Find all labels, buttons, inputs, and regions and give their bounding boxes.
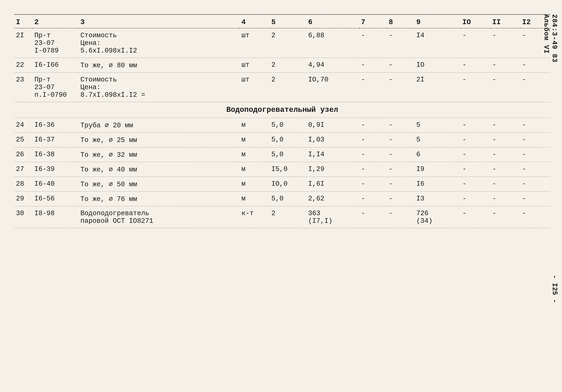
- row-30-col10: -: [460, 206, 490, 228]
- row-27-num: 27: [14, 162, 33, 177]
- row-25-col10: -: [460, 133, 490, 147]
- row-23-unit: шт: [240, 73, 269, 102]
- table-container: I 2 3 4 5 6 7 8 9 IO II I2 2I: [14, 14, 550, 228]
- row-23-desc: Стоимость Цена: 8.7xI.098xI.I2 =: [79, 73, 240, 102]
- row-24-col10: -: [460, 118, 490, 133]
- row-22-qty: 2: [270, 58, 306, 73]
- header-col-5: 5: [270, 15, 306, 28]
- row-24-col7: -: [359, 118, 387, 133]
- row-24-col11: -: [491, 118, 520, 133]
- row-23-num: 23: [14, 73, 33, 102]
- row-29-col12: -: [520, 191, 550, 206]
- page: 284:3-49 83 Альбом VI - I25 - I 2 3 4 5 …: [0, 0, 562, 392]
- row-30-num: 30: [14, 206, 33, 228]
- row-24-num: 24: [14, 118, 33, 133]
- row-26-qty: 5,0: [270, 147, 306, 162]
- row-25-total: 5: [414, 133, 460, 147]
- row-26-col12: -: [520, 147, 550, 162]
- row-28-col7: -: [359, 177, 387, 191]
- row-24-desc: Труба ∅ 20 мм: [79, 118, 240, 133]
- row-25-code: I6-37: [33, 133, 79, 147]
- row-22-unit: шт: [240, 58, 269, 73]
- row-27-total: I9: [414, 162, 460, 177]
- row-28-qty: IO,0: [270, 177, 306, 191]
- row-29-unit: м: [240, 191, 269, 206]
- row-23-price: IO,70: [306, 73, 359, 102]
- row-26-col11: -: [491, 147, 520, 162]
- row-28-desc: То же, ∅ 50 мм: [79, 177, 240, 191]
- side-label-top: 284:3-49 83 Альбом VI: [542, 14, 558, 63]
- header-col-8: 8: [387, 15, 415, 28]
- row-22-col11: -: [491, 58, 520, 73]
- row-22-total: IO: [414, 58, 460, 73]
- row-26-col8: -: [387, 147, 415, 162]
- row-21-qty: 2: [270, 28, 306, 58]
- table-row: 27 I6-39 То же, ∅ 40 мм м I5,0 I,29 - - …: [14, 162, 550, 177]
- row-30-qty: 2: [270, 206, 306, 228]
- row-29-desc: То же, ∅ 76 мм: [79, 191, 240, 206]
- row-27-code: I6-39: [33, 162, 79, 177]
- row-29-qty: 5,0: [270, 191, 306, 206]
- row-26-total: 6: [414, 147, 460, 162]
- row-30-col7: -: [359, 206, 387, 228]
- row-25-desc: То же, ∅ 25 мм: [79, 133, 240, 147]
- row-29-col7: -: [359, 191, 387, 206]
- row-28-code: I6-40: [33, 177, 79, 191]
- table-row: 23 Пр-т 23-07 п.I-0790 Стоимость Цена: 8…: [14, 73, 550, 102]
- row-24-price: 0,9I: [306, 118, 359, 133]
- table-row: 25 I6-37 То же, ∅ 25 мм м 5,0 I,03 - - 5…: [14, 133, 550, 147]
- row-28-total: I6: [414, 177, 460, 191]
- row-21-num: 2I: [14, 28, 33, 58]
- header-col-2: 2: [33, 15, 79, 28]
- row-27-col7: -: [359, 162, 387, 177]
- row-29-col10: -: [460, 191, 490, 206]
- row-27-unit: м: [240, 162, 269, 177]
- row-26-col7: -: [359, 147, 387, 162]
- row-26-col10: -: [460, 147, 490, 162]
- row-22-price: 4,94: [306, 58, 359, 73]
- row-30-total: 726 (34): [414, 206, 460, 228]
- row-22-desc: То же, ∅ 80 мм: [79, 58, 240, 73]
- row-23-col8: -: [387, 73, 415, 102]
- row-27-col8: -: [387, 162, 415, 177]
- row-21-col8: -: [387, 28, 415, 58]
- row-25-unit: м: [240, 133, 269, 147]
- row-21-code: Пр-т 23-07 I-0789: [33, 28, 79, 58]
- row-30-code: I8-98: [33, 206, 79, 228]
- row-22-col8: -: [387, 58, 415, 73]
- row-26-num: 26: [14, 147, 33, 162]
- row-23-col7: -: [359, 73, 387, 102]
- row-30-col8: -: [387, 206, 415, 228]
- row-21-desc: Стоимость Цена: 5.6xI.098xI.I2: [79, 28, 240, 58]
- row-28-col10: -: [460, 177, 490, 191]
- row-22-code: I6-I66: [33, 58, 79, 73]
- table-row: 28 I6-40 То же, ∅ 50 мм м IO,0 I,6I - - …: [14, 177, 550, 191]
- row-28-col8: -: [387, 177, 415, 191]
- row-29-col11: -: [491, 191, 520, 206]
- header-col-1: I: [14, 15, 33, 28]
- table-row: 24 I6-36 Труба ∅ 20 мм м 5,0 0,9I - - 5 …: [14, 118, 550, 133]
- row-27-col10: -: [460, 162, 490, 177]
- header-col-7: 7: [359, 15, 387, 28]
- row-28-unit: м: [240, 177, 269, 191]
- header-col-9: 9: [414, 15, 460, 28]
- row-23-code: Пр-т 23-07 п.I-0790: [33, 73, 79, 102]
- row-27-col11: -: [491, 162, 520, 177]
- table-row: 2I Пр-т 23-07 I-0789 Стоимость Цена: 5.6…: [14, 28, 550, 58]
- section-header-text: Водоподогревательный узел: [14, 102, 550, 118]
- row-26-desc: То же, ∅ 32 мм: [79, 147, 240, 162]
- header-col-10: IO: [460, 15, 490, 28]
- row-29-total: I3: [414, 191, 460, 206]
- row-26-code: I6-38: [33, 147, 79, 162]
- row-25-qty: 5,0: [270, 133, 306, 147]
- header-col-11: II: [491, 15, 520, 28]
- section-header-row: Водоподогревательный узел: [14, 102, 550, 118]
- header-col-3: 3: [79, 15, 240, 28]
- row-23-qty: 2: [270, 73, 306, 102]
- row-30-col12: -: [520, 206, 550, 228]
- row-30-unit: к-т: [240, 206, 269, 228]
- row-25-col12: -: [520, 133, 550, 147]
- table-row: 22 I6-I66 То же, ∅ 80 мм шт 2 4,94 - - I…: [14, 58, 550, 73]
- row-25-col11: -: [491, 133, 520, 147]
- row-21-total: I4: [414, 28, 460, 58]
